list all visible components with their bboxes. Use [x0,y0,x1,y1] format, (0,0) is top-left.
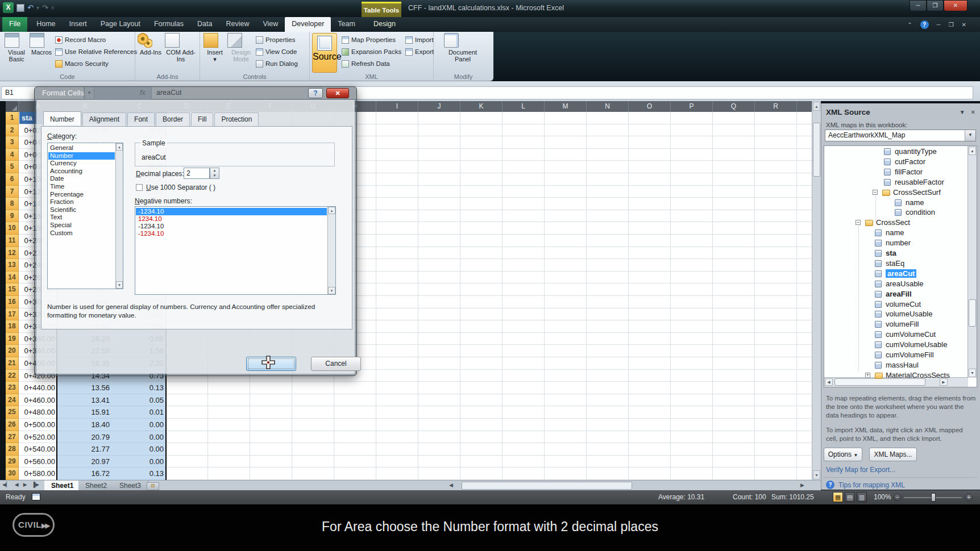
tree-item-name[interactable]: name [824,228,967,238]
options-button[interactable]: Options ▼ [824,448,862,461]
scroll-up-icon[interactable]: ▲ [813,102,820,111]
row-header-19[interactable]: 19 [6,333,19,345]
tree-item-volumeCut[interactable]: volumeCut [824,299,967,310]
category-item-number[interactable]: Number [48,152,115,160]
tree-item-volumeFill[interactable]: volumeFill [824,319,967,329]
negative-numbers-list[interactable]: ▲ ▼ -1234.101234.10-1234.10-1234.10 [135,206,336,295]
visual-basic-button[interactable]: Visual Basic [5,33,28,62]
row-header-26[interactable]: 26 [6,419,19,431]
import-button[interactable]: Import [405,35,434,45]
cell[interactable]: 18.40 [57,419,114,431]
expand-icon[interactable]: + [865,373,870,378]
row-header-25[interactable]: 25 [6,406,19,419]
insert-worksheet-tab[interactable]: ▨ [147,482,159,490]
qat-customize-icon[interactable]: ≡ [51,5,55,11]
cell[interactable]: 0.00 [114,443,166,456]
cell[interactable]: 20.79 [57,431,114,444]
undo-dropdown-icon[interactable]: ▾ [36,5,39,11]
row-header-10[interactable]: 10 [6,222,19,235]
dialog-tab-font[interactable]: Font [127,112,155,127]
category-scrollbar[interactable]: ▲ ▼ [115,143,123,289]
tree-item-condition[interactable]: condition [824,207,967,218]
tree-item-volumeUsable[interactable]: volumeUsable [824,309,967,319]
column-header-L[interactable]: L [503,101,545,112]
tree-item-name[interactable]: name [824,198,967,208]
last-sheet-icon[interactable]: ▐▶ [32,482,39,487]
xml-map-select[interactable]: AeccEarthworkXML_Map ▼ [825,130,976,141]
tree-item-areaFill[interactable]: areaFill [824,289,967,299]
neg-scroll-down-icon[interactable]: ▼ [328,287,335,294]
row-header-23[interactable]: 23 [6,382,19,394]
tree-item-cumVolumeCut[interactable]: cumVolumeCut [824,329,967,340]
category-item-currency[interactable]: Currency [48,160,115,168]
scroll-down-icon[interactable]: ▼ [813,470,820,479]
export-button[interactable]: Export [405,47,434,57]
horizontal-scroll-thumb[interactable] [462,482,632,490]
row-header-12[interactable]: 12 [6,247,19,260]
excel-app-icon[interactable]: X [3,2,14,13]
cell[interactable]: 0.13 [114,382,166,394]
category-item-general[interactable]: General [48,144,115,152]
tips-link[interactable]: Tips for mapping XML [838,481,905,489]
row-header-14[interactable]: 14 [6,272,19,284]
com-add-ins-button[interactable]: COM Add-Ins [165,33,197,62]
dialog-tab-number[interactable]: Number [43,111,81,126]
decimal-places-input[interactable]: 2 [184,168,210,179]
undo-icon[interactable]: ↶ [27,3,34,12]
tab-developer[interactable]: Developer [285,17,331,32]
tab-home[interactable]: Home [30,17,62,32]
neg-scroll-up-icon[interactable]: ▲ [328,207,335,214]
workbook-restore-icon[interactable]: ❐ [949,22,954,28]
cell[interactable]: 0.00 [114,431,166,444]
row-header-30[interactable]: 30 [6,467,19,480]
tab-formulas[interactable]: Formulas [147,17,190,32]
tree-item-staEq[interactable]: staEq [824,258,967,269]
row-header-21[interactable]: 21 [6,357,19,370]
tree-item-MaterialCrossSects[interactable]: +MaterialCrossSects [824,370,967,381]
tree-scroll-down-icon[interactable]: ▼ [969,369,976,377]
vertical-scrollbar[interactable]: ▲ ▼ [812,101,821,480]
cat-scroll-up-icon[interactable]: ▲ [116,143,123,151]
cell[interactable]: 13.56 [57,382,114,394]
minimize-button[interactable]: ─ [910,0,927,11]
tree-scroll-thumb[interactable] [969,299,976,327]
row-header-4[interactable]: 4 [6,149,19,161]
column-header-J[interactable]: J [418,101,460,112]
hscroll-right-icon[interactable]: ▶ [800,482,804,488]
row-header-22[interactable]: 22 [6,370,19,382]
negative-list-scrollbar[interactable]: ▲ ▼ [327,207,335,294]
column-header-M[interactable]: M [545,101,587,112]
workbook-minimize-icon[interactable]: ─ [937,22,941,28]
tab-review[interactable]: Review [219,17,256,32]
source-button[interactable]: Source [312,33,337,73]
cell[interactable]: 0.05 [114,394,166,407]
cell[interactable]: 0+520.00 [19,431,57,444]
collapse-icon[interactable]: − [873,190,878,195]
tab-data[interactable]: Data [190,17,219,32]
tree-item-massHaul[interactable]: massHaul [824,360,967,370]
row-header-24[interactable]: 24 [6,394,19,407]
normal-view-icon[interactable]: ▦ [833,492,843,502]
collapse-icon[interactable]: − [856,220,861,225]
cell[interactable]: 0.13 [114,467,166,480]
row-header-9[interactable]: 9 [6,210,19,223]
next-sheet-icon[interactable]: ▶ [23,482,27,487]
row-header-29[interactable]: 29 [6,456,19,468]
tree-item-cumVolumeFill[interactable]: cumVolumeFill [824,350,967,360]
row-header-15[interactable]: 15 [6,283,19,296]
cell[interactable]: 15.91 [57,406,114,419]
close-button[interactable]: ✕ [944,0,967,11]
negative-format-option[interactable]: -1234.10 [136,208,327,215]
dialog-tab-protection[interactable]: Protection [214,112,259,127]
sheet-tab-sheet1[interactable]: Sheet1 [44,481,81,491]
category-item-time[interactable]: Time [48,183,115,191]
row-header-20[interactable]: 20 [6,345,19,357]
tree-item-fillFactor[interactable]: fillFactor [824,167,967,177]
negative-format-option[interactable]: -1234.10 [136,230,327,237]
tree-scroll-up-icon[interactable]: ▲ [969,147,976,155]
row-header-17[interactable]: 17 [6,308,19,321]
category-list[interactable]: ▲ ▼ GeneralNumberCurrencyAccountingDateT… [47,143,123,289]
category-item-fraction[interactable]: Fraction [48,198,115,206]
tree-item-CrossSect[interactable]: −CrossSect [824,218,967,228]
sheet-tab-sheet2[interactable]: Sheet2 [78,481,114,491]
